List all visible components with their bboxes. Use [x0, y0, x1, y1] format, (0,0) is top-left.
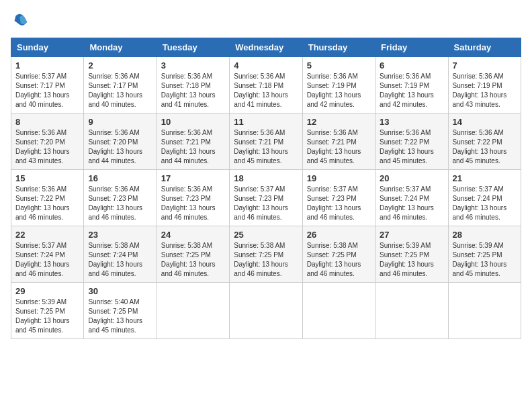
calendar-cell: 21Sunrise: 5:37 AMSunset: 7:24 PMDayligh… — [448, 170, 521, 226]
day-number: 14 — [453, 117, 517, 127]
day-info: Sunrise: 5:36 AMSunset: 7:20 PMDaylight:… — [88, 128, 152, 166]
day-number: 18 — [234, 173, 298, 183]
day-info: Sunrise: 5:36 AMSunset: 7:18 PMDaylight:… — [234, 72, 298, 109]
day-number: 29 — [15, 286, 79, 296]
calendar-cell — [448, 283, 521, 339]
calendar-week-1: 1Sunrise: 5:37 AMSunset: 7:17 PMDaylight… — [11, 57, 521, 113]
day-number: 17 — [161, 173, 225, 183]
calendar-cell: 28Sunrise: 5:39 AMSunset: 7:25 PMDayligh… — [448, 226, 521, 283]
day-number: 25 — [234, 230, 298, 240]
day-number: 11 — [234, 117, 298, 127]
calendar-cell: 25Sunrise: 5:38 AMSunset: 7:25 PMDayligh… — [230, 226, 302, 283]
calendar-cell: 26Sunrise: 5:38 AMSunset: 7:25 PMDayligh… — [302, 226, 375, 283]
day-info: Sunrise: 5:38 AMSunset: 7:25 PMDaylight:… — [234, 241, 298, 279]
calendar-cell: 27Sunrise: 5:39 AMSunset: 7:25 PMDayligh… — [375, 226, 448, 283]
calendar-cell: 22Sunrise: 5:37 AMSunset: 7:24 PMDayligh… — [11, 226, 84, 283]
day-info: Sunrise: 5:37 AMSunset: 7:24 PMDaylight:… — [380, 185, 443, 222]
calendar-week-2: 8Sunrise: 5:36 AMSunset: 7:20 PMDaylight… — [11, 113, 521, 170]
calendar-cell: 23Sunrise: 5:38 AMSunset: 7:24 PMDayligh… — [84, 226, 157, 283]
day-info: Sunrise: 5:36 AMSunset: 7:22 PMDaylight:… — [15, 185, 79, 222]
day-info: Sunrise: 5:36 AMSunset: 7:21 PMDaylight:… — [307, 128, 371, 166]
day-number: 1 — [15, 60, 79, 71]
calendar-cell: 1Sunrise: 5:37 AMSunset: 7:17 PMDaylight… — [11, 57, 84, 113]
day-info: Sunrise: 5:39 AMSunset: 7:25 PMDaylight:… — [380, 241, 443, 279]
day-number: 19 — [307, 173, 371, 183]
weekday-header-friday: Friday — [375, 38, 448, 57]
weekday-header-monday: Monday — [84, 38, 157, 57]
day-info: Sunrise: 5:38 AMSunset: 7:25 PMDaylight:… — [161, 241, 225, 279]
calendar-cell: 13Sunrise: 5:36 AMSunset: 7:22 PMDayligh… — [375, 113, 448, 170]
weekday-header-sunday: Sunday — [11, 38, 84, 57]
day-number: 27 — [380, 230, 443, 240]
calendar-cell: 15Sunrise: 5:36 AMSunset: 7:22 PMDayligh… — [11, 170, 84, 226]
day-number: 7 — [453, 60, 517, 71]
calendar-cell: 17Sunrise: 5:36 AMSunset: 7:23 PMDayligh… — [157, 170, 229, 226]
calendar-cell: 19Sunrise: 5:37 AMSunset: 7:23 PMDayligh… — [302, 170, 375, 226]
day-info: Sunrise: 5:36 AMSunset: 7:18 PMDaylight:… — [161, 72, 225, 109]
calendar-cell: 12Sunrise: 5:36 AMSunset: 7:21 PMDayligh… — [302, 113, 375, 170]
calendar-cell — [157, 283, 229, 339]
day-info: Sunrise: 5:38 AMSunset: 7:25 PMDaylight:… — [307, 241, 371, 279]
calendar-cell: 2Sunrise: 5:36 AMSunset: 7:17 PMDaylight… — [84, 57, 157, 113]
day-info: Sunrise: 5:36 AMSunset: 7:19 PMDaylight:… — [380, 72, 443, 109]
day-number: 21 — [453, 173, 517, 183]
day-info: Sunrise: 5:40 AMSunset: 7:25 PMDaylight:… — [88, 298, 152, 335]
calendar-week-5: 29Sunrise: 5:39 AMSunset: 7:25 PMDayligh… — [11, 283, 521, 339]
calendar-week-4: 22Sunrise: 5:37 AMSunset: 7:24 PMDayligh… — [11, 226, 521, 283]
day-info: Sunrise: 5:36 AMSunset: 7:19 PMDaylight:… — [453, 72, 517, 109]
day-number: 9 — [88, 117, 152, 127]
calendar-cell: 9Sunrise: 5:36 AMSunset: 7:20 PMDaylight… — [84, 113, 157, 170]
weekday-header-row: SundayMondayTuesdayWednesdayThursdayFrid… — [11, 38, 521, 57]
day-info: Sunrise: 5:36 AMSunset: 7:23 PMDaylight:… — [88, 185, 152, 222]
calendar-cell — [375, 283, 448, 339]
day-number: 26 — [307, 230, 371, 240]
calendar-cell: 3Sunrise: 5:36 AMSunset: 7:18 PMDaylight… — [157, 57, 229, 113]
day-info: Sunrise: 5:36 AMSunset: 7:22 PMDaylight:… — [380, 128, 443, 166]
day-number: 4 — [234, 60, 298, 71]
weekday-header-wednesday: Wednesday — [230, 38, 302, 57]
day-info: Sunrise: 5:36 AMSunset: 7:21 PMDaylight:… — [234, 128, 298, 166]
day-info: Sunrise: 5:37 AMSunset: 7:23 PMDaylight:… — [234, 185, 298, 222]
weekday-header-saturday: Saturday — [448, 38, 521, 57]
header — [11, 11, 521, 30]
calendar-cell: 16Sunrise: 5:36 AMSunset: 7:23 PMDayligh… — [84, 170, 157, 226]
day-number: 22 — [15, 230, 79, 240]
weekday-header-tuesday: Tuesday — [157, 38, 229, 57]
logo-icon — [11, 11, 30, 30]
day-number: 2 — [88, 60, 152, 71]
calendar-cell: 11Sunrise: 5:36 AMSunset: 7:21 PMDayligh… — [230, 113, 302, 170]
calendar-cell — [230, 283, 302, 339]
day-info: Sunrise: 5:36 AMSunset: 7:23 PMDaylight:… — [161, 185, 225, 222]
calendar-cell: 6Sunrise: 5:36 AMSunset: 7:19 PMDaylight… — [375, 57, 448, 113]
day-info: Sunrise: 5:38 AMSunset: 7:24 PMDaylight:… — [88, 241, 152, 279]
day-info: Sunrise: 5:36 AMSunset: 7:19 PMDaylight:… — [307, 72, 371, 109]
day-number: 20 — [380, 173, 443, 183]
calendar-cell — [302, 283, 375, 339]
day-number: 3 — [161, 60, 225, 71]
day-info: Sunrise: 5:39 AMSunset: 7:25 PMDaylight:… — [453, 241, 517, 279]
day-info: Sunrise: 5:36 AMSunset: 7:20 PMDaylight:… — [15, 128, 79, 166]
logo — [11, 11, 32, 30]
calendar-cell: 14Sunrise: 5:36 AMSunset: 7:22 PMDayligh… — [448, 113, 521, 170]
day-info: Sunrise: 5:36 AMSunset: 7:21 PMDaylight:… — [161, 128, 225, 166]
weekday-header-thursday: Thursday — [302, 38, 375, 57]
day-number: 6 — [380, 60, 443, 71]
day-number: 28 — [453, 230, 517, 240]
day-info: Sunrise: 5:36 AMSunset: 7:22 PMDaylight:… — [453, 128, 517, 166]
day-number: 24 — [161, 230, 225, 240]
day-info: Sunrise: 5:37 AMSunset: 7:24 PMDaylight:… — [453, 185, 517, 222]
calendar-cell: 10Sunrise: 5:36 AMSunset: 7:21 PMDayligh… — [157, 113, 229, 170]
calendar-cell: 24Sunrise: 5:38 AMSunset: 7:25 PMDayligh… — [157, 226, 229, 283]
day-number: 16 — [88, 173, 152, 183]
day-info: Sunrise: 5:36 AMSunset: 7:17 PMDaylight:… — [88, 72, 152, 109]
calendar-cell: 8Sunrise: 5:36 AMSunset: 7:20 PMDaylight… — [11, 113, 84, 170]
day-info: Sunrise: 5:37 AMSunset: 7:23 PMDaylight:… — [307, 185, 371, 222]
day-number: 15 — [15, 173, 79, 183]
calendar-cell: 18Sunrise: 5:37 AMSunset: 7:23 PMDayligh… — [230, 170, 302, 226]
day-number: 5 — [307, 60, 371, 71]
day-info: Sunrise: 5:37 AMSunset: 7:17 PMDaylight:… — [15, 72, 79, 109]
calendar-table: SundayMondayTuesdayWednesdayThursdayFrid… — [11, 38, 521, 339]
day-number: 12 — [307, 117, 371, 127]
day-number: 23 — [88, 230, 152, 240]
calendar-week-3: 15Sunrise: 5:36 AMSunset: 7:22 PMDayligh… — [11, 170, 521, 226]
